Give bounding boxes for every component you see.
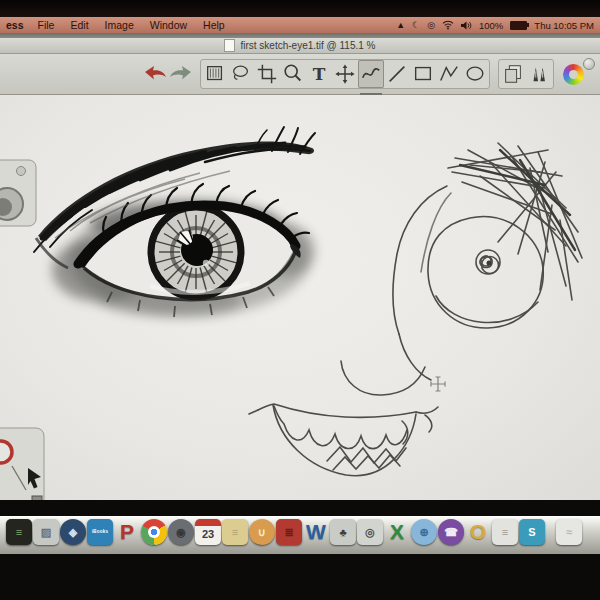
ibooks-orange-glyph: ∪: [258, 526, 266, 538]
pencil-icon: [360, 63, 382, 85]
duplicate-tool[interactable]: [500, 60, 526, 88]
select-lasso-icon: [230, 63, 252, 85]
palm-app-glyph: ♣: [339, 526, 346, 538]
dock-item-excel[interactable]: X: [384, 519, 410, 545]
dock-item-globe[interactable]: ⊕: [411, 519, 437, 545]
move-icon: [334, 63, 356, 85]
toolbar-tools: T: [140, 59, 588, 89]
dock-item-outlook[interactable]: O: [465, 519, 491, 545]
safari-glyph: ◈: [69, 526, 77, 538]
window-title: first sketch-eye1.tif @ 115.1 %: [240, 40, 375, 51]
dock-item-rosette-app[interactable]: ◎: [357, 519, 383, 545]
volume-icon[interactable]: [461, 21, 472, 30]
doodle-profile-line: [341, 186, 451, 395]
crop-tool[interactable]: [254, 60, 280, 88]
calendar-header: [195, 519, 221, 526]
globe-glyph: ⊕: [419, 526, 428, 538]
color-swatch-red[interactable]: [0, 441, 12, 463]
menu-edit[interactable]: Edit: [62, 19, 96, 31]
options-palette[interactable]: [0, 428, 44, 500]
document-proxy-icon[interactable]: [224, 39, 235, 52]
dock-item-ibooks-blue[interactable]: iBooks: [87, 519, 113, 545]
menu-clock[interactable]: Thu 10:05 PM: [534, 20, 594, 31]
ellipse-tool[interactable]: [462, 60, 488, 88]
calendar-date: 23: [202, 526, 214, 543]
excel-glyph: X: [390, 526, 404, 538]
window-title-bar[interactable]: first sketch-eye1.tif @ 115.1 %: [0, 38, 600, 54]
text-tool[interactable]: T: [306, 60, 332, 88]
redo-tool[interactable]: [168, 60, 194, 88]
select-lasso-tool[interactable]: [228, 60, 254, 88]
line-tool[interactable]: [384, 60, 410, 88]
pens-tool[interactable]: [526, 60, 552, 88]
outlook-glyph: O: [470, 526, 486, 538]
battery-percent-label[interactable]: 100%: [479, 20, 503, 31]
undo-tool[interactable]: [142, 60, 168, 88]
zoom-tool[interactable]: [280, 60, 306, 88]
word-glyph: W: [306, 526, 326, 538]
dock-item-preview[interactable]: ▨: [33, 519, 59, 545]
dock-item-viber[interactable]: ☎: [438, 519, 464, 545]
alert-triangle-icon[interactable]: ▲: [396, 20, 405, 30]
redo-icon: [169, 64, 193, 84]
realistic-eye-sketch: [34, 127, 315, 317]
tool-group-2: [498, 59, 554, 89]
dock-item-word[interactable]: W: [303, 519, 329, 545]
chrome-icon: [141, 519, 167, 545]
moon-icon[interactable]: ☾: [412, 20, 420, 30]
line-icon: [386, 63, 408, 85]
time-machine-icon[interactable]: ◎: [427, 20, 435, 30]
doodle-hair-scribble: [448, 143, 582, 300]
dock-item-terminal[interactable]: ≡: [6, 519, 32, 545]
select-marquee-tool[interactable]: [202, 60, 228, 88]
wifi-icon[interactable]: [442, 20, 454, 30]
menu-window[interactable]: Window: [142, 19, 195, 31]
screen-bezel-top: [0, 0, 600, 17]
palette-knob[interactable]: [17, 167, 26, 176]
move-tool[interactable]: [332, 60, 358, 88]
doodle-pupil-scribble: [476, 250, 500, 274]
polyline-tool[interactable]: [436, 60, 462, 88]
dock-item-safari[interactable]: ◈: [60, 519, 86, 545]
dock-item-photo-booth[interactable]: ◉: [168, 519, 194, 545]
tool-group-1: T: [200, 59, 490, 89]
dock-item-calendar[interactable]: 23: [195, 519, 221, 545]
dock-item-chrome[interactable]: [141, 519, 167, 545]
move-cursor: [431, 377, 445, 391]
pens-icon: [528, 63, 550, 85]
battery-icon[interactable]: [510, 21, 527, 30]
dock-item-ibooks-orange[interactable]: ∪: [249, 519, 275, 545]
red-book-glyph: ≣: [284, 526, 293, 538]
dock-item-notes[interactable]: ≡: [492, 519, 518, 545]
doodle-mouth: [249, 404, 438, 476]
dock-item-red-book[interactable]: ≣: [276, 519, 302, 545]
toolbar-overflow-button[interactable]: [583, 58, 595, 70]
dock-item-skype[interactable]: S: [519, 519, 545, 545]
undo-icon: [143, 64, 167, 84]
menu-image[interactable]: Image: [97, 19, 142, 31]
photo-booth-glyph: ◉: [176, 526, 186, 538]
rectangle-icon: [412, 63, 434, 85]
viber-glyph: ☎: [444, 526, 458, 538]
dock-item-red-p[interactable]: P: [114, 519, 140, 545]
brush-palette[interactable]: [0, 160, 36, 226]
rectangle-tool[interactable]: [410, 60, 436, 88]
menu-file[interactable]: File: [30, 19, 63, 31]
crop-icon: [256, 63, 278, 85]
dock-item-trash[interactable]: ≈: [556, 519, 582, 545]
canvas-artwork: [0, 95, 600, 500]
dock: ≡▨◈iBooksP◉23≡∪≣W♣◎X⊕☎O≡S≈: [0, 500, 600, 600]
preview-glyph: ▨: [41, 526, 51, 538]
doodle-face-sketch: [249, 143, 582, 476]
text-glyph: T: [313, 64, 326, 84]
dock-item-palm-app[interactable]: ♣: [330, 519, 356, 545]
menu-status-area: ▲ ☾ ◎ 100% Thu 10:05 PM: [396, 20, 594, 31]
ellipse-icon: [464, 63, 486, 85]
skype-glyph: S: [528, 526, 535, 538]
pencil-tool[interactable]: [358, 60, 384, 88]
ibooks-blue-glyph: iBooks: [92, 526, 108, 538]
document-canvas[interactable]: [0, 95, 600, 500]
dock-item-stickies[interactable]: ≡: [222, 519, 248, 545]
menu-help[interactable]: Help: [195, 19, 233, 31]
app-menu-partial[interactable]: ess: [6, 19, 24, 31]
